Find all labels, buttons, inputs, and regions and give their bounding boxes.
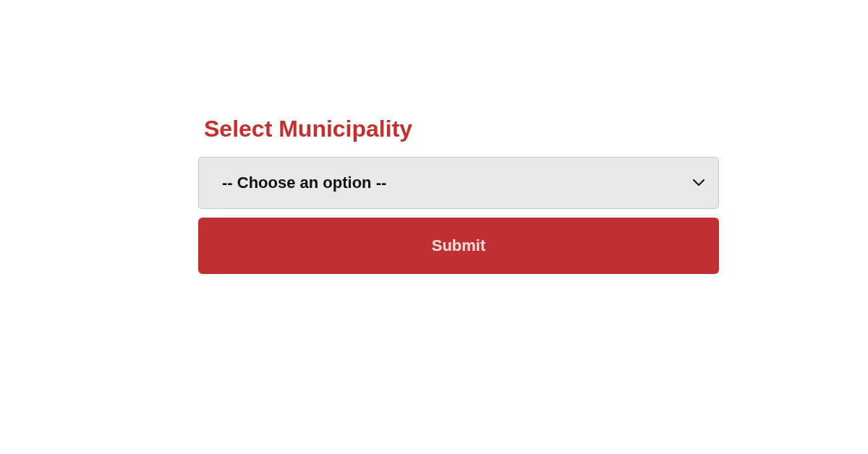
municipality-select[interactable]: -- Choose an option --: [198, 157, 719, 209]
municipality-select-wrap: -- Choose an option --: [198, 157, 719, 209]
form-title: Select Municipality: [204, 116, 719, 142]
form-container: Select Municipality -- Choose an option …: [198, 116, 719, 274]
submit-button-label: Submit: [432, 236, 486, 255]
submit-button[interactable]: Submit: [198, 218, 719, 274]
municipality-select-value: -- Choose an option --: [222, 174, 386, 192]
